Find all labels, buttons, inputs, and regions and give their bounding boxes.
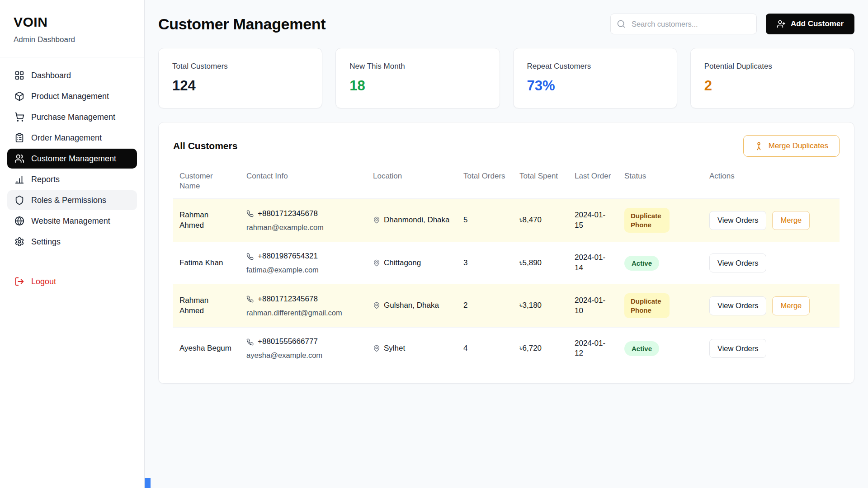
- sidebar-item-roles-permissions[interactable]: Roles & Permissions: [7, 190, 137, 210]
- location-line: Chittagong: [373, 258, 451, 268]
- table-header-row: Customer Name Contact Info Location Tota…: [173, 164, 840, 199]
- main-content: Customer Management Add Customer: [145, 0, 868, 488]
- total-spent-value: ৳8,470: [519, 216, 542, 224]
- status-badge: Duplicate Phone: [624, 293, 670, 318]
- col-contact-info: Contact Info: [240, 164, 367, 199]
- col-total-spent: Total Spent: [513, 164, 568, 199]
- customer-email: ayesha@example.com: [246, 350, 360, 360]
- customer-location: Dhanmondi, Dhaka: [384, 215, 450, 225]
- phone-icon: [246, 338, 254, 346]
- sidebar-item-label: Product Management: [31, 92, 109, 101]
- col-status: Status: [618, 164, 703, 199]
- customers-table: Customer Name Contact Info Location Tota…: [173, 164, 840, 370]
- sidebar-item-product-management[interactable]: Product Management: [7, 86, 137, 106]
- sidebar-item-reports[interactable]: Reports: [7, 169, 137, 189]
- merge-button[interactable]: Merge: [772, 296, 810, 315]
- contact-phone-line: +8801555666777: [246, 337, 360, 347]
- search-icon: [617, 19, 626, 28]
- sidebar-item-label: Purchase Management: [31, 113, 115, 122]
- scrollbar-thumb[interactable]: [145, 478, 151, 488]
- customer-email: fatima@example.com: [246, 265, 360, 275]
- stat-card-new-this-month: New This Month 18: [335, 48, 500, 108]
- stat-value: 2: [704, 77, 840, 94]
- customer-name: Rahman Ahmed: [179, 210, 234, 231]
- stat-label: Total Customers: [172, 62, 308, 71]
- sidebar-item-label: Customer Management: [31, 154, 116, 164]
- search-box: [610, 14, 757, 34]
- package-icon: [14, 91, 24, 101]
- add-customer-button[interactable]: Add Customer: [766, 14, 854, 34]
- header-actions: Add Customer: [610, 14, 854, 34]
- contact-phone-line: +8801987654321: [246, 251, 360, 262]
- merge-person-icon: [755, 142, 763, 150]
- contact-phone-line: +8801712345678: [246, 294, 360, 305]
- stat-card-total-customers: Total Customers 124: [158, 48, 322, 108]
- last-order-date: 2024-01-12: [575, 339, 605, 358]
- sidebar-item-label: Settings: [31, 237, 61, 247]
- stat-card-repeat-customers: Repeat Customers 73%: [513, 48, 677, 108]
- phone-icon: [246, 296, 254, 303]
- customer-row: Rahman Ahmed +8801712345678 rahman.diffe…: [173, 284, 840, 328]
- sidebar-item-settings[interactable]: Settings: [7, 232, 137, 252]
- page-header: Customer Management Add Customer: [158, 14, 854, 34]
- view-orders-button[interactable]: View Orders: [709, 296, 766, 315]
- customer-name: Rahman Ahmed: [179, 296, 234, 316]
- view-orders-button[interactable]: View Orders: [709, 211, 766, 230]
- total-orders-value: 4: [463, 344, 467, 352]
- status-badge: Active: [624, 341, 659, 357]
- sidebar-item-customer-management[interactable]: Customer Management: [7, 149, 137, 169]
- map-pin-icon: [373, 259, 380, 267]
- sidebar-item-label: Dashboard: [31, 71, 71, 80]
- logout-label: Logout: [31, 277, 56, 286]
- col-actions: Actions: [703, 164, 840, 199]
- sidebar-item-website-management[interactable]: Website Management: [7, 211, 137, 231]
- customer-email: rahman@example.com: [246, 222, 360, 232]
- total-orders-value: 3: [463, 258, 467, 267]
- logout-button[interactable]: Logout: [7, 272, 137, 291]
- sidebar-item-dashboard[interactable]: Dashboard: [7, 66, 137, 85]
- sidebar-item-order-management[interactable]: Order Management: [7, 128, 137, 148]
- clipboard-icon: [14, 133, 24, 143]
- sidebar-nav: Dashboard Product Management Purchase Ma…: [0, 57, 144, 300]
- stats-row: Total Customers 124 New This Month 18 Re…: [158, 48, 854, 108]
- col-location: Location: [367, 164, 457, 199]
- status-badge: Active: [624, 256, 659, 271]
- sidebar-item-purchase-management[interactable]: Purchase Management: [7, 107, 137, 127]
- merge-button[interactable]: Merge: [772, 211, 810, 230]
- phone-icon: [246, 210, 254, 217]
- col-customer-name: Customer Name: [173, 164, 240, 199]
- customer-phone: +8801555666777: [258, 337, 318, 347]
- view-orders-button[interactable]: View Orders: [709, 339, 766, 358]
- merge-duplicates-button[interactable]: Merge Duplicates: [743, 135, 840, 157]
- customer-row: Rahman Ahmed +8801712345678 rahman@examp…: [173, 199, 840, 242]
- sidebar-item-label: Roles & Permissions: [31, 196, 106, 205]
- app-logo: VOIN: [14, 14, 131, 30]
- app-root: VOIN Admin Dashboard Dashboard Product M…: [0, 0, 868, 488]
- total-spent-value: ৳5,890: [519, 258, 542, 267]
- search-input[interactable]: [610, 14, 757, 34]
- bar-chart-icon: [14, 174, 24, 184]
- customer-phone: +8801712345678: [258, 294, 318, 305]
- sidebar: VOIN Admin Dashboard Dashboard Product M…: [0, 0, 145, 488]
- add-customer-label: Add Customer: [791, 19, 844, 28]
- total-orders-value: 5: [463, 216, 467, 224]
- row-actions: View Orders: [709, 253, 833, 272]
- customer-location: Chittagong: [384, 258, 421, 268]
- sidebar-header: VOIN Admin Dashboard: [0, 0, 144, 57]
- user-plus-icon: [777, 19, 786, 28]
- customer-name: Ayesha Begum: [179, 343, 234, 354]
- location-line: Dhanmondi, Dhaka: [373, 215, 451, 225]
- contact-phone-line: +8801712345678: [246, 209, 360, 219]
- last-order-date: 2024-01-14: [575, 253, 605, 272]
- view-orders-button[interactable]: View Orders: [709, 253, 766, 272]
- row-actions: View Orders: [709, 339, 833, 358]
- sidebar-item-label: Reports: [31, 175, 60, 184]
- phone-icon: [246, 253, 254, 260]
- customer-table-body: Rahman Ahmed +8801712345678 rahman@examp…: [173, 199, 840, 370]
- page-title: Customer Management: [158, 15, 326, 33]
- logout-icon: [14, 277, 24, 286]
- col-total-orders: Total Orders: [457, 164, 513, 199]
- all-customers-card: All Customers Merge Duplicates Customer …: [158, 122, 854, 384]
- globe-icon: [14, 216, 24, 226]
- total-orders-value: 2: [463, 301, 467, 310]
